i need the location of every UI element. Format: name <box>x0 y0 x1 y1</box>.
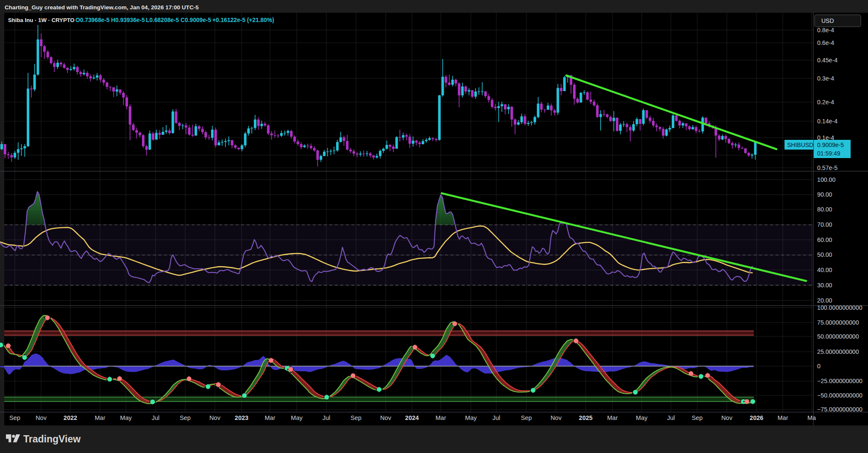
svg-text:0.2e-4: 0.2e-4 <box>817 99 834 106</box>
svg-text:100.00: 100.00 <box>817 176 836 183</box>
svg-text:0.45e-4: 0.45e-4 <box>817 57 837 64</box>
svg-text:40.00: 40.00 <box>817 267 832 273</box>
svg-text:25.0000000000: 25.0000000000 <box>817 348 859 355</box>
svg-text:Charting_Guy created with Trad: Charting_Guy created with TradingView.co… <box>5 4 199 11</box>
svg-text:80.00: 80.00 <box>817 206 832 213</box>
svg-text:Sep: Sep <box>692 414 703 421</box>
svg-text:USD: USD <box>821 17 834 24</box>
svg-text:30.00: 30.00 <box>817 282 832 289</box>
svg-text:H0.93936e-5: H0.93936e-5 <box>111 17 145 23</box>
svg-text:Shiba Inu · 1W · CRYPTO: Shiba Inu · 1W · CRYPTO <box>8 17 75 23</box>
svg-text:0.9009e-5: 0.9009e-5 <box>817 142 844 148</box>
svg-text:75.0000000000: 75.0000000000 <box>817 319 859 326</box>
svg-text:L0.68208e-5: L0.68208e-5 <box>146 17 179 23</box>
svg-text:2022: 2022 <box>64 414 77 421</box>
svg-text:0: 0 <box>817 363 821 370</box>
svg-text:Sep: Sep <box>351 414 362 421</box>
svg-text:Sep: Sep <box>180 414 191 421</box>
svg-text:Nov: Nov <box>380 414 392 421</box>
svg-text:0.6e-4: 0.6e-4 <box>817 39 834 46</box>
svg-text:Nov: Nov <box>36 414 47 421</box>
svg-text:Mar: Mar <box>436 414 446 421</box>
svg-text:0.57e-5: 0.57e-5 <box>817 164 837 171</box>
svg-text:−25.0000000000: −25.0000000000 <box>817 378 862 384</box>
svg-text:Jul: Jul <box>323 414 331 421</box>
svg-text:May: May <box>636 414 648 421</box>
svg-text:2024: 2024 <box>405 414 419 421</box>
svg-text:70.00: 70.00 <box>817 221 832 228</box>
svg-text:2025: 2025 <box>579 414 593 421</box>
svg-text:Nov: Nov <box>209 414 221 421</box>
svg-text:−75.0000000000: −75.0000000000 <box>817 406 862 413</box>
svg-text:May: May <box>291 414 303 421</box>
svg-text:90.00: 90.00 <box>817 191 832 198</box>
svg-text:60.00: 60.00 <box>817 236 832 243</box>
svg-text:01:59:49: 01:59:49 <box>817 150 840 157</box>
svg-text:Mar: Mar <box>607 414 618 421</box>
svg-text:100.0000000000: 100.0000000000 <box>817 304 862 311</box>
svg-text:Jul: Jul <box>152 414 160 421</box>
svg-text:2023: 2023 <box>235 414 248 421</box>
svg-text:Sep: Sep <box>521 414 532 421</box>
svg-text:0.3e-4: 0.3e-4 <box>817 75 834 82</box>
svg-text:Nov: Nov <box>551 414 562 421</box>
svg-text:Mar: Mar <box>778 414 788 421</box>
svg-text:0.14e-4: 0.14e-4 <box>817 118 837 125</box>
svg-text:SHIBUSD: SHIBUSD <box>787 142 813 148</box>
svg-text:Mar: Mar <box>265 414 275 421</box>
svg-text:O0.73968e-5: O0.73968e-5 <box>75 17 110 23</box>
svg-text:May: May <box>465 414 477 421</box>
svg-text:50.0000000000: 50.0000000000 <box>817 333 859 340</box>
svg-text:0.8e-4: 0.8e-4 <box>817 27 834 33</box>
svg-text:+0.16122e-5 (+21.80%): +0.16122e-5 (+21.80%) <box>212 17 274 23</box>
svg-text:TradingView: TradingView <box>23 434 81 445</box>
svg-text:Sep: Sep <box>9 414 20 421</box>
svg-text:50.00: 50.00 <box>817 251 832 258</box>
svg-text:Jul: Jul <box>492 414 501 421</box>
svg-text:Ma: Ma <box>807 414 816 421</box>
svg-text:C0.9009e-5: C0.9009e-5 <box>181 17 211 23</box>
svg-text:2026: 2026 <box>750 414 763 421</box>
svg-text:−50.0000000000: −50.0000000000 <box>817 392 862 399</box>
svg-text:Jul: Jul <box>667 414 675 421</box>
svg-text:May: May <box>120 414 132 421</box>
svg-text:20.00: 20.00 <box>817 297 832 304</box>
svg-text:Mar: Mar <box>95 414 106 421</box>
svg-text:Nov: Nov <box>721 414 733 421</box>
